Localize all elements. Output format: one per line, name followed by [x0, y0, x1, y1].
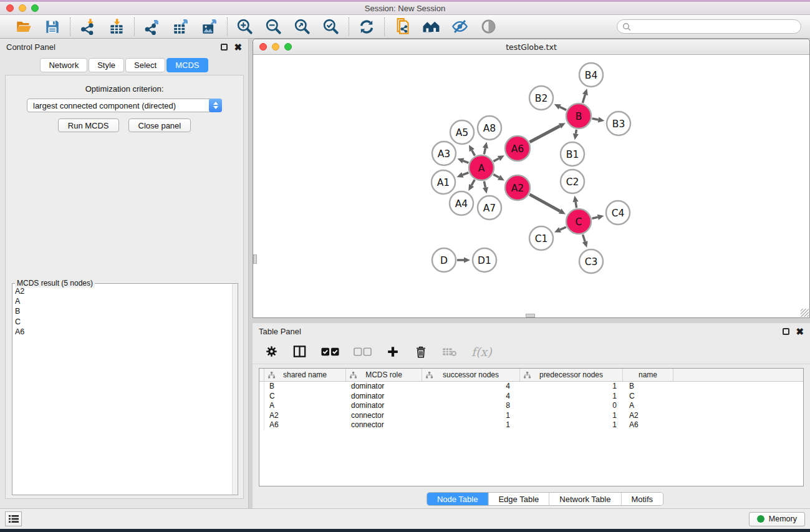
graph-node-A1[interactable]: A1 [432, 170, 455, 194]
show-graphics-details-icon[interactable] [479, 17, 498, 36]
graph-node-C[interactable]: C [566, 209, 591, 234]
column-header-successor-nodes[interactable]: successor nodes [422, 369, 520, 381]
graph-node-D1[interactable]: D1 [473, 248, 496, 272]
tab-network[interactable]: Network [40, 58, 87, 72]
edge-C-C3[interactable] [583, 235, 586, 242]
table-cell[interactable]: B [623, 382, 673, 392]
mcds-result-item[interactable]: A6 [12, 327, 232, 337]
edge-A-A3[interactable] [463, 161, 469, 163]
column-visibility-icon[interactable] [292, 344, 307, 359]
table-settings-icon[interactable] [265, 345, 278, 358]
tab-mcds[interactable]: MCDS [166, 58, 208, 72]
mcds-result-scrollbar[interactable] [232, 284, 238, 495]
task-history-button[interactable] [5, 511, 22, 526]
graph-node-B[interactable]: B [566, 104, 591, 128]
tab-style[interactable]: Style [89, 58, 124, 72]
graph-node-A[interactable]: A [469, 155, 494, 180]
edge-A-A1[interactable] [463, 173, 469, 175]
table-cell[interactable]: 4 [422, 382, 520, 392]
graph-node-A8[interactable]: A8 [478, 116, 501, 140]
delete-column-icon[interactable] [414, 345, 428, 359]
run-mcds-button[interactable]: Run MCDS [58, 118, 119, 132]
table-row[interactable]: Bdominator41B [259, 382, 803, 392]
graph-node-A3[interactable]: A3 [432, 142, 456, 165]
table-cell[interactable]: 1 [520, 420, 623, 430]
table-row[interactable]: A2connector11A2 [259, 411, 803, 421]
table-cell[interactable]: C [264, 392, 346, 402]
splitter-handle-bottom[interactable] [526, 314, 535, 317]
column-header-predecessor-nodes[interactable]: predecessor nodes [520, 369, 623, 381]
criterion-select[interactable]: largest connected component (directed) [27, 99, 222, 112]
graph-node-B1[interactable]: B1 [561, 142, 584, 166]
splitter-handle-left[interactable] [253, 254, 257, 264]
table-row[interactable]: Cdominator41C [259, 392, 803, 402]
graph-node-C4[interactable]: C4 [606, 201, 630, 225]
table-cell[interactable]: dominator [346, 401, 422, 411]
mcds-result-item[interactable]: B [12, 306, 232, 316]
table-cell[interactable]: 1 [422, 411, 520, 421]
table-cell[interactable]: A [623, 401, 673, 411]
graph-node-A2[interactable]: A2 [505, 175, 530, 200]
home-icon[interactable] [422, 17, 440, 36]
column-header-MCDS-role[interactable]: MCDS role [346, 369, 422, 381]
export-image-icon[interactable] [200, 17, 219, 36]
edge-B-B3[interactable] [592, 118, 599, 120]
mcds-result-item[interactable]: A [12, 296, 232, 306]
close-panel-icon[interactable]: ✖ [234, 44, 242, 51]
tab-network-table[interactable]: Network Table [549, 493, 620, 505]
graph-node-C2[interactable]: C2 [561, 170, 584, 193]
zoom-fit-icon[interactable] [293, 17, 312, 36]
table-cell[interactable]: A6 [623, 420, 673, 430]
edge-A6-B[interactable] [529, 126, 560, 142]
float-panel-icon[interactable] [221, 44, 228, 51]
open-session-icon[interactable] [14, 17, 33, 36]
edge-A-A7[interactable] [484, 181, 485, 188]
table-cell[interactable]: 1 [520, 382, 623, 392]
table-row[interactable]: Adominator80A [259, 401, 803, 411]
table-cell[interactable]: A2 [623, 411, 673, 421]
mcds-result-item[interactable]: C [12, 317, 232, 327]
edge-A2-C[interactable] [529, 195, 560, 211]
edge-C-C2[interactable] [576, 202, 577, 208]
tab-select[interactable]: Select [125, 58, 165, 72]
edge-A-A6[interactable] [493, 158, 499, 162]
zoom-selected-icon[interactable] [322, 17, 340, 36]
table-cell[interactable]: connector [346, 420, 422, 430]
tab-node-table[interactable]: Node Table [427, 493, 488, 505]
table-cell[interactable]: B [264, 382, 346, 392]
column-header-shared-name[interactable]: shared name [264, 369, 346, 381]
table-cell[interactable]: 1 [520, 392, 623, 402]
network-from-document-icon[interactable] [393, 17, 412, 36]
edge-A-A5[interactable] [472, 150, 475, 156]
edge-C-C4[interactable] [592, 217, 597, 218]
float-table-panel-icon[interactable] [783, 328, 789, 335]
close-table-panel-icon[interactable]: ✖ [796, 328, 804, 335]
table-cell[interactable]: A2 [264, 411, 346, 421]
graph-node-A7[interactable]: A7 [478, 196, 501, 220]
graph-node-B2[interactable]: B2 [529, 86, 553, 110]
close-panel-button[interactable]: Close panel [128, 118, 191, 132]
graph-node-C1[interactable]: C1 [529, 226, 553, 250]
memory-button[interactable]: Memory [749, 512, 805, 526]
edge-B-B1[interactable] [576, 130, 576, 134]
edge-B-B2[interactable] [560, 107, 566, 110]
edge-C-C1[interactable] [560, 227, 566, 230]
save-session-icon[interactable] [43, 17, 62, 36]
table-cell[interactable]: dominator [346, 392, 422, 402]
graph-node-D[interactable]: D [432, 248, 456, 272]
select-all-rows-icon[interactable] [321, 347, 339, 356]
export-network-icon[interactable] [143, 17, 162, 36]
table-cell[interactable]: 1 [520, 411, 623, 421]
window-resize-grip[interactable] [801, 309, 809, 317]
table-cell[interactable]: A6 [264, 420, 346, 430]
mcds-result-item[interactable]: A2 [12, 286, 232, 296]
column-header-name[interactable]: name [623, 369, 673, 381]
hide-graphics-details-icon[interactable] [450, 17, 469, 36]
tab-motifs[interactable]: Motifs [620, 493, 663, 505]
search-input[interactable] [631, 22, 796, 31]
import-network-icon[interactable] [79, 17, 97, 36]
graph-node-B3[interactable]: B3 [607, 112, 630, 135]
table-cell[interactable]: 4 [422, 392, 520, 402]
edge-A-A8[interactable] [484, 148, 485, 154]
graph-node-A5[interactable]: A5 [450, 120, 474, 144]
